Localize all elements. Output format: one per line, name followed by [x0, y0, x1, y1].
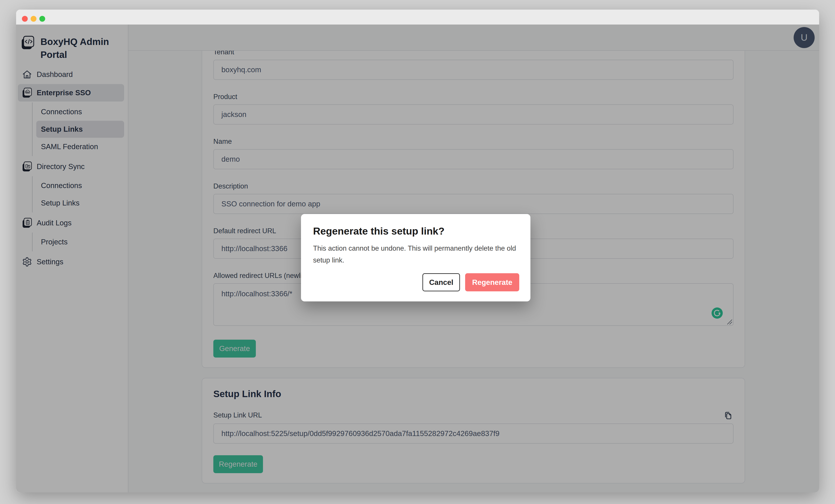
regenerate-confirm-modal: Regenerate this setup link? This action … [301, 214, 530, 301]
zoom-window-button[interactable] [39, 16, 45, 22]
modal-actions: Cancel Regenerate [423, 273, 519, 291]
modal-title: Regenerate this setup link? [313, 225, 519, 237]
app-body: BoxyHQ Admin Portal Dashboard [16, 25, 819, 492]
confirm-regenerate-button[interactable]: Regenerate [465, 273, 519, 291]
app-window: BoxyHQ Admin Portal Dashboard [16, 9, 819, 492]
minimize-window-button[interactable] [30, 16, 37, 22]
cancel-button[interactable]: Cancel [423, 273, 460, 291]
close-window-button[interactable] [22, 16, 28, 22]
modal-body-text: This action cannot be undone. This will … [313, 242, 519, 266]
window-titlebar [16, 9, 819, 25]
